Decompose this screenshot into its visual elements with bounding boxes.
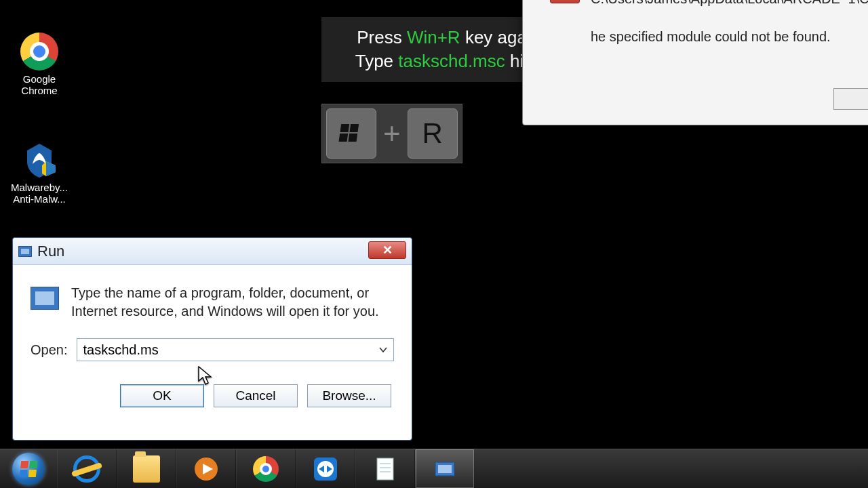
key-combo-graphic: + R xyxy=(321,104,462,163)
svg-rect-1 xyxy=(349,124,359,132)
tooltip-key: Win+R xyxy=(407,27,460,47)
browse-button[interactable]: Browse... xyxy=(307,384,391,407)
r-key: R xyxy=(408,108,458,159)
desktop-icon-label: Malwareby... xyxy=(7,182,72,193)
taskbar-item-teamviewer[interactable] xyxy=(296,449,355,488)
error-ok-button[interactable] xyxy=(833,88,868,110)
run-titlebar[interactable]: Run ✕ xyxy=(13,238,412,265)
taskbar-item-run[interactable] xyxy=(415,449,475,488)
svg-rect-0 xyxy=(340,124,349,132)
open-dropdown-button[interactable] xyxy=(375,341,391,359)
folder-icon xyxy=(133,455,160,483)
taskbar-item-chrome[interactable] xyxy=(236,449,296,488)
taskbar-item-notepad[interactable] xyxy=(355,449,415,488)
tooltip-text: Press xyxy=(357,27,407,47)
error-close-button[interactable]: ✕ xyxy=(550,0,580,3)
open-input[interactable] xyxy=(77,338,394,361)
svg-rect-7 xyxy=(377,458,393,480)
teamviewer-icon xyxy=(312,455,339,483)
error-path-text: C:\Users\James\AppData\Local\ARCADE~1\CA… xyxy=(591,0,868,7)
svg-rect-2 xyxy=(339,134,349,142)
plus-icon: + xyxy=(383,117,401,150)
desktop-icon-label: Google Chrome xyxy=(7,73,72,96)
run-close-button[interactable]: ✕ xyxy=(368,241,406,259)
open-label: Open: xyxy=(31,342,67,358)
run-description: Type the name of a program, folder, docu… xyxy=(71,284,394,321)
windows-key-icon xyxy=(326,108,376,159)
run-large-icon xyxy=(31,287,59,310)
taskbar-item-explorer[interactable] xyxy=(117,449,176,488)
cancel-button[interactable]: Cancel xyxy=(214,384,298,407)
internet-explorer-icon xyxy=(73,455,100,483)
svg-rect-3 xyxy=(349,134,358,142)
run-title: Run xyxy=(37,243,64,260)
desktop-icon-label: Anti-Malw... xyxy=(7,193,72,205)
windows-orb-icon xyxy=(12,453,45,485)
chrome-icon xyxy=(20,33,58,70)
run-icon xyxy=(431,455,458,483)
taskbar xyxy=(0,449,868,488)
error-dialog: ✕ C:\Users\James\AppData\Local\ARCADE~1\… xyxy=(522,0,868,125)
desktop-icon-chrome[interactable]: Google Chrome xyxy=(7,33,72,96)
desktop-icon-malwarebytes[interactable]: Malwareby... Anti-Malw... xyxy=(7,141,72,205)
error-message-text: he specified module could not be found. xyxy=(591,29,831,45)
taskbar-item-media[interactable] xyxy=(176,449,236,488)
taskbar-item-ie[interactable] xyxy=(57,449,117,488)
chevron-down-icon xyxy=(379,347,387,352)
run-icon xyxy=(18,246,32,257)
chrome-icon xyxy=(253,456,279,482)
svg-rect-12 xyxy=(438,465,452,473)
ok-button[interactable]: OK xyxy=(120,384,204,407)
run-dialog: Run ✕ Type the name of a program, folder… xyxy=(12,237,412,441)
tooltip-cmd: taskschd.msc xyxy=(398,51,505,71)
media-player-icon xyxy=(193,455,220,483)
tooltip-text: Type xyxy=(355,51,399,71)
notepad-icon xyxy=(372,455,399,483)
malwarebytes-icon xyxy=(20,141,58,179)
start-button[interactable] xyxy=(0,449,57,488)
